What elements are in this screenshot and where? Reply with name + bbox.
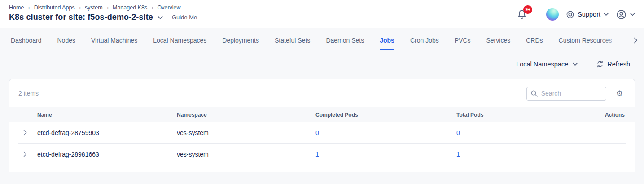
job-namespace-cell: ves-system [177, 129, 315, 136]
tab-cron-jobs[interactable]: Cron Jobs [410, 37, 439, 50]
table-row: etcd-defrag-28981663ves-system11 [18, 144, 626, 165]
support-menu[interactable]: Support [566, 10, 609, 19]
assistant-orb-icon[interactable] [546, 8, 559, 21]
refresh-icon [596, 61, 604, 68]
tab-daemon-sets[interactable]: Daemon Sets [326, 37, 364, 50]
tab-pvcs[interactable]: PVCs [455, 37, 471, 50]
support-label: Support [578, 11, 600, 18]
completed-pods-link[interactable]: 1 [315, 151, 319, 158]
lifebuoy-icon [566, 10, 574, 19]
account-chevron-down-icon [630, 13, 635, 16]
column-header-actions: Actions [605, 107, 626, 122]
site-selector-chevron-down-icon[interactable] [158, 16, 163, 19]
notifications-button[interactable]: 9+ [516, 9, 528, 20]
column-header-total-pods: Total Pods [456, 107, 605, 122]
user-account-icon [616, 9, 627, 20]
column-header-name: Name [37, 107, 177, 122]
column-header-completed-pods: Completed Pods [315, 107, 456, 122]
jobs-table-card: 2 items ⚙ NameNamespaceCompleted PodsTot… [9, 79, 635, 172]
table-body: etcd-defrag-28759903ves-system00etcd-def… [9, 122, 635, 165]
page-title: K8s cluster for site: f5os-demo-2-site [9, 13, 153, 22]
tab-crds[interactable]: CRDs [526, 37, 543, 50]
search-icon [530, 90, 538, 97]
app-header: Home›Distributed Apps›system›Managed K8s… [0, 0, 644, 28]
row-expand-chevron-right-icon[interactable] [23, 151, 27, 157]
breadcrumb-item[interactable]: Home [9, 4, 24, 11]
breadcrumb-item[interactable]: Overview [157, 4, 180, 11]
tab-list: DashboardNodesVirtual MachinesLocal Name… [11, 37, 633, 50]
refresh-label: Refresh [607, 61, 630, 68]
breadcrumb-separator-icon: › [79, 4, 81, 11]
breadcrumb-separator-icon: › [107, 4, 109, 11]
job-name-cell: etcd-defrag-28759903 [37, 129, 177, 136]
notification-badge: 9+ [523, 5, 532, 14]
job-namespace-cell: ves-system [177, 151, 315, 158]
total-pods-link[interactable]: 0 [456, 129, 460, 136]
job-name-cell: etcd-defrag-28981663 [37, 151, 177, 158]
total-pods-link[interactable]: 1 [456, 151, 460, 158]
items-count: 2 items [18, 90, 39, 97]
tab-services[interactable]: Services [486, 37, 511, 50]
namespace-selector[interactable]: Local Namespace [516, 61, 578, 68]
tab-jobs[interactable]: Jobs [380, 37, 394, 50]
completed-pods-link[interactable]: 0 [315, 129, 319, 136]
table-toolbar: 2 items ⚙ [9, 79, 635, 107]
breadcrumb-item[interactable]: system [85, 4, 103, 11]
title-row: K8s cluster for site: f5os-demo-2-site G… [9, 13, 197, 22]
tab-custom-resources[interactable]: Custom Resources [559, 37, 612, 50]
tab-nodes[interactable]: Nodes [57, 37, 75, 50]
table-row: etcd-defrag-28759903ves-system00 [18, 122, 626, 144]
breadcrumb: Home›Distributed Apps›system›Managed K8s… [9, 4, 197, 11]
controls-row: Local Namespace Refresh [0, 51, 644, 71]
column-header-namespace: Namespace [177, 107, 315, 122]
tab-local-namespaces[interactable]: Local Namespaces [153, 37, 206, 50]
breadcrumb-item[interactable]: Distributed Apps [34, 4, 75, 11]
tab-dashboard[interactable]: Dashboard [11, 37, 42, 50]
toolbar-right: ⚙ [526, 87, 623, 101]
tab-virtual-machines[interactable]: Virtual Machines [91, 37, 137, 50]
header-right: 9+ Support [516, 4, 635, 25]
table-settings-gear-icon[interactable]: ⚙ [616, 90, 623, 97]
support-chevron-down-icon [604, 13, 609, 16]
breadcrumb-separator-icon: › [151, 4, 153, 11]
breadcrumb-item[interactable]: Managed K8s [113, 4, 147, 11]
guide-me-link[interactable]: Guide Me [172, 14, 197, 21]
search-box [526, 87, 606, 101]
tab-deployments[interactable]: Deployments [222, 37, 259, 50]
row-expand-chevron-right-icon[interactable] [23, 130, 27, 136]
header-left: Home›Distributed Apps›system›Managed K8s… [9, 4, 197, 22]
tab-overflow-chevron-right-icon[interactable] [634, 37, 638, 44]
tab-stateful-sets[interactable]: Stateful Sets [275, 37, 310, 50]
refresh-button[interactable]: Refresh [596, 61, 630, 68]
search-input[interactable] [526, 87, 606, 101]
namespace-selector-label: Local Namespace [516, 61, 568, 68]
breadcrumb-separator-icon: › [28, 4, 30, 11]
namespace-chevron-down-icon [573, 62, 578, 66]
tab-bar: DashboardNodesVirtual MachinesLocal Name… [0, 28, 644, 51]
table-header: NameNamespaceCompleted PodsTotal PodsAct… [9, 107, 635, 122]
account-menu[interactable] [616, 9, 635, 20]
table-header-row: NameNamespaceCompleted PodsTotal PodsAct… [18, 107, 626, 122]
header-divider [537, 9, 537, 20]
